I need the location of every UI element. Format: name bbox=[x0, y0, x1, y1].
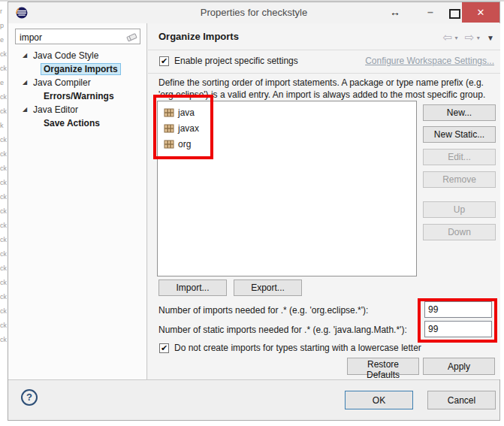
history-navigation: ⇦ ▾ ⇨ ▾ ▼ bbox=[443, 31, 494, 44]
annotation-box-groups bbox=[153, 95, 213, 159]
sidebar-item-java-code-style[interactable]: ◢ Java Code Style bbox=[8, 48, 147, 63]
new-button[interactable]: New... bbox=[423, 104, 496, 121]
expand-arrow-icon[interactable]: ◢ bbox=[23, 48, 27, 63]
forward-arrow-icon[interactable]: ⇨ bbox=[465, 31, 475, 44]
cancel-button[interactable]: Cancel bbox=[427, 391, 496, 409]
up-button[interactable]: Up bbox=[423, 201, 496, 218]
tree-item-label-selected: Organize Imports bbox=[41, 63, 121, 75]
minimize-button[interactable]: – bbox=[420, 2, 441, 23]
tree-item-label: Java Compiler bbox=[33, 75, 91, 90]
dialog-footer: ? OK Cancel bbox=[8, 380, 499, 420]
imports-needed-label: Number of imports needed for .* (e.g. 'o… bbox=[158, 305, 368, 316]
sidebar-item-java-editor[interactable]: ◢ Java Editor bbox=[8, 102, 147, 117]
ok-button[interactable]: OK bbox=[345, 391, 413, 409]
expand-arrow-icon[interactable]: ◢ bbox=[23, 102, 27, 117]
tree-item-label: Errors/Warnings bbox=[44, 89, 114, 104]
static-imports-needed-label: Number of static imports needed for .* (… bbox=[158, 325, 407, 335]
header-divider bbox=[148, 50, 500, 50]
tree-item-label: Java Code Style bbox=[33, 48, 98, 63]
tree-item-label: Save Actions bbox=[44, 116, 100, 131]
preferences-sidebar: ◢ Java Code Style Organize Imports ◢ Jav… bbox=[8, 23, 147, 379]
organize-imports-panel: Organize Imports ⇦ ▾ ⇨ ▾ ▼ ✔ Enable proj… bbox=[148, 23, 500, 379]
expand-arrow-icon[interactable]: ◢ bbox=[23, 75, 27, 90]
restore-resize-icon[interactable]: ↔ bbox=[384, 2, 406, 23]
lowercase-checkbox-label: Do not create imports for types starting… bbox=[174, 343, 421, 353]
configure-workspace-settings-link[interactable]: Configure Workspace Settings... bbox=[365, 56, 494, 66]
back-menu-icon[interactable]: ▾ bbox=[454, 35, 457, 41]
description-line1: Define the sorting order of import state… bbox=[158, 77, 484, 88]
import-button[interactable]: Import... bbox=[158, 279, 227, 296]
sidebar-item-java-compiler[interactable]: ◢ Java Compiler bbox=[8, 75, 147, 90]
section-divider bbox=[148, 73, 500, 74]
forward-menu-icon[interactable]: ▾ bbox=[477, 35, 480, 41]
page-title: Organize Imports bbox=[158, 31, 239, 42]
lowercase-checkbox[interactable]: ✔ bbox=[159, 343, 169, 353]
annotation-box-thresholds bbox=[418, 298, 497, 343]
new-static-button[interactable]: New Static... bbox=[423, 126, 496, 143]
maximize-button[interactable] bbox=[445, 2, 463, 23]
help-icon[interactable]: ? bbox=[21, 389, 38, 406]
sidebar-item-save-actions[interactable]: Save Actions bbox=[8, 116, 147, 131]
tree-item-label: Java Editor bbox=[33, 102, 78, 117]
down-button[interactable]: Down bbox=[423, 224, 496, 240]
clear-filter-icon[interactable] bbox=[126, 32, 137, 42]
maximize-icon bbox=[449, 9, 460, 19]
remove-button[interactable]: Remove bbox=[423, 171, 496, 188]
apply-button[interactable]: Apply bbox=[423, 358, 495, 375]
back-arrow-icon[interactable]: ⇦ bbox=[443, 31, 453, 44]
filter-box bbox=[15, 29, 140, 44]
enable-project-settings-label: Enable project specific settings bbox=[174, 56, 298, 66]
sidebar-item-errors-warnings[interactable]: Errors/Warnings bbox=[8, 89, 147, 104]
background-text-fragments: r p e ck ck e ck ck k ck ck ck ck ck ck … bbox=[0, 5, 7, 410]
filter-input[interactable] bbox=[18, 30, 126, 44]
edit-button[interactable]: Edit... bbox=[423, 149, 496, 165]
sidebar-item-organize-imports[interactable]: Organize Imports bbox=[8, 62, 147, 77]
title-bar[interactable]: Properties for checkstyle ↔ – ✕ bbox=[8, 2, 499, 23]
properties-dialog: Properties for checkstyle ↔ – ✕ ◢ Java C… bbox=[8, 2, 500, 421]
restore-defaults-button[interactable]: Restore Defaults bbox=[347, 358, 419, 375]
view-menu-icon[interactable]: ▼ bbox=[487, 34, 494, 42]
close-button[interactable]: ✕ bbox=[462, 2, 499, 23]
export-button[interactable]: Export... bbox=[234, 279, 302, 296]
enable-project-settings-checkbox[interactable]: ✔ bbox=[159, 56, 169, 66]
